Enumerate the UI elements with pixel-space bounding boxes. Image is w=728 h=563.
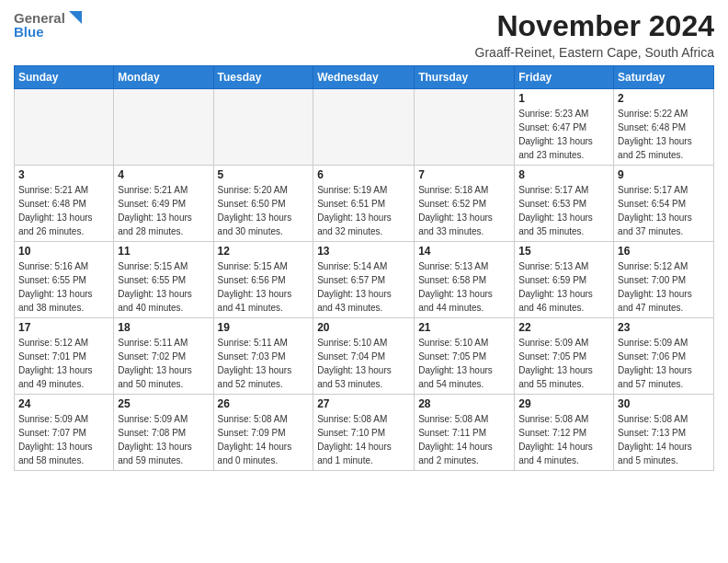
day-number: 8 — [518, 168, 609, 181]
day-info: Sunrise: 5:13 AM Sunset: 6:59 PM Dayligh… — [518, 259, 609, 315]
day-number: 15 — [518, 245, 609, 258]
day-info: Sunrise: 5:09 AM Sunset: 7:07 PM Dayligh… — [18, 412, 109, 467]
calendar-week-5: 24Sunrise: 5:09 AM Sunset: 7:07 PM Dayli… — [15, 395, 714, 471]
day-number: 28 — [418, 397, 510, 410]
day-number: 4 — [118, 168, 209, 181]
day-number: 17 — [18, 321, 109, 334]
calendar-cell: 19Sunrise: 5:11 AM Sunset: 7:03 PM Dayli… — [213, 318, 313, 395]
calendar-cell: 7Sunrise: 5:18 AM Sunset: 6:52 PM Daylig… — [415, 166, 515, 242]
day-number: 10 — [18, 245, 109, 258]
calendar-cell: 22Sunrise: 5:09 AM Sunset: 7:05 PM Dayli… — [515, 318, 614, 395]
page: General Blue November 2024 Graaff-Reinet… — [0, 0, 728, 480]
day-number: 14 — [418, 245, 510, 258]
day-info: Sunrise: 5:08 AM Sunset: 7:13 PM Dayligh… — [618, 412, 710, 467]
calendar-cell: 16Sunrise: 5:12 AM Sunset: 7:00 PM Dayli… — [614, 242, 714, 318]
calendar-cell: 5Sunrise: 5:20 AM Sunset: 6:50 PM Daylig… — [213, 166, 313, 242]
day-number: 2 — [618, 92, 710, 105]
day-number: 18 — [118, 321, 209, 334]
day-info: Sunrise: 5:18 AM Sunset: 6:52 PM Dayligh… — [418, 183, 510, 238]
day-number: 25 — [118, 397, 209, 410]
calendar-cell: 4Sunrise: 5:21 AM Sunset: 6:49 PM Daylig… — [114, 166, 213, 242]
weekday-header-wednesday: Wednesday — [313, 66, 415, 89]
calendar-week-1: 1Sunrise: 5:23 AM Sunset: 6:47 PM Daylig… — [15, 89, 714, 166]
calendar-cell: 12Sunrise: 5:15 AM Sunset: 6:56 PM Dayli… — [213, 242, 313, 318]
day-info: Sunrise: 5:12 AM Sunset: 7:01 PM Dayligh… — [18, 336, 109, 391]
day-number: 21 — [418, 321, 510, 334]
calendar-header-row: SundayMondayTuesdayWednesdayThursdayFrid… — [15, 66, 714, 89]
day-number: 3 — [18, 168, 109, 181]
calendar-cell: 26Sunrise: 5:08 AM Sunset: 7:09 PM Dayli… — [213, 395, 313, 471]
logo-general: General — [14, 10, 65, 26]
day-info: Sunrise: 5:15 AM Sunset: 6:55 PM Dayligh… — [118, 259, 209, 315]
month-title: November 2024 — [475, 9, 714, 43]
day-info: Sunrise: 5:10 AM Sunset: 7:05 PM Dayligh… — [418, 336, 510, 391]
calendar-cell: 28Sunrise: 5:08 AM Sunset: 7:11 PM Dayli… — [415, 395, 515, 471]
day-info: Sunrise: 5:16 AM Sunset: 6:55 PM Dayligh… — [18, 259, 109, 315]
logo-triangle-icon — [67, 9, 84, 26]
header: General Blue November 2024 Graaff-Reinet… — [14, 9, 714, 60]
calendar-cell: 24Sunrise: 5:09 AM Sunset: 7:07 PM Dayli… — [15, 395, 114, 471]
day-info: Sunrise: 5:17 AM Sunset: 6:54 PM Dayligh… — [618, 183, 710, 238]
day-info: Sunrise: 5:08 AM Sunset: 7:10 PM Dayligh… — [317, 412, 410, 467]
calendar-cell: 1Sunrise: 5:23 AM Sunset: 6:47 PM Daylig… — [515, 89, 614, 166]
day-info: Sunrise: 5:17 AM Sunset: 6:53 PM Dayligh… — [518, 183, 609, 238]
calendar-cell: 20Sunrise: 5:10 AM Sunset: 7:04 PM Dayli… — [313, 318, 415, 395]
day-number: 23 — [618, 321, 710, 334]
day-info: Sunrise: 5:23 AM Sunset: 6:47 PM Dayligh… — [518, 107, 609, 162]
weekday-header-sunday: Sunday — [15, 66, 114, 89]
day-info: Sunrise: 5:08 AM Sunset: 7:12 PM Dayligh… — [518, 412, 609, 467]
day-number: 29 — [518, 397, 609, 410]
day-info: Sunrise: 5:09 AM Sunset: 7:08 PM Dayligh… — [118, 412, 209, 467]
calendar-cell: 14Sunrise: 5:13 AM Sunset: 6:58 PM Dayli… — [415, 242, 515, 318]
weekday-header-monday: Monday — [114, 66, 213, 89]
title-block: November 2024 Graaff-Reinet, Eastern Cap… — [475, 9, 714, 60]
day-info: Sunrise: 5:09 AM Sunset: 7:05 PM Dayligh… — [518, 336, 609, 391]
day-info: Sunrise: 5:21 AM Sunset: 6:49 PM Dayligh… — [118, 183, 209, 238]
day-number: 22 — [518, 321, 609, 334]
calendar-cell: 30Sunrise: 5:08 AM Sunset: 7:13 PM Dayli… — [614, 395, 714, 471]
day-info: Sunrise: 5:11 AM Sunset: 7:03 PM Dayligh… — [218, 336, 310, 391]
day-info: Sunrise: 5:08 AM Sunset: 7:09 PM Dayligh… — [218, 412, 310, 467]
calendar-week-2: 3Sunrise: 5:21 AM Sunset: 6:48 PM Daylig… — [15, 166, 714, 242]
calendar-cell: 9Sunrise: 5:17 AM Sunset: 6:54 PM Daylig… — [614, 166, 714, 242]
calendar-week-4: 17Sunrise: 5:12 AM Sunset: 7:01 PM Dayli… — [15, 318, 714, 395]
calendar-cell: 15Sunrise: 5:13 AM Sunset: 6:59 PM Dayli… — [515, 242, 614, 318]
day-number: 26 — [218, 397, 310, 410]
calendar-cell: 2Sunrise: 5:22 AM Sunset: 6:48 PM Daylig… — [614, 89, 714, 166]
day-number: 27 — [317, 397, 410, 410]
calendar-cell: 23Sunrise: 5:09 AM Sunset: 7:06 PM Dayli… — [614, 318, 714, 395]
day-number: 13 — [317, 245, 410, 258]
day-number: 16 — [618, 245, 710, 258]
calendar-cell: 13Sunrise: 5:14 AM Sunset: 6:57 PM Dayli… — [313, 242, 415, 318]
logo-blue: Blue — [14, 24, 84, 40]
calendar-cell — [114, 89, 213, 166]
calendar-cell: 25Sunrise: 5:09 AM Sunset: 7:08 PM Dayli… — [114, 395, 213, 471]
day-info: Sunrise: 5:09 AM Sunset: 7:06 PM Dayligh… — [618, 336, 710, 391]
day-number: 11 — [118, 245, 209, 258]
day-number: 5 — [218, 168, 310, 181]
calendar-cell: 17Sunrise: 5:12 AM Sunset: 7:01 PM Dayli… — [15, 318, 114, 395]
day-info: Sunrise: 5:20 AM Sunset: 6:50 PM Dayligh… — [218, 183, 310, 238]
weekday-header-friday: Friday — [515, 66, 614, 89]
calendar-cell: 10Sunrise: 5:16 AM Sunset: 6:55 PM Dayli… — [15, 242, 114, 318]
day-number: 20 — [317, 321, 410, 334]
day-number: 19 — [218, 321, 310, 334]
calendar-cell: 21Sunrise: 5:10 AM Sunset: 7:05 PM Dayli… — [415, 318, 515, 395]
day-number: 6 — [317, 168, 410, 181]
calendar-cell: 11Sunrise: 5:15 AM Sunset: 6:55 PM Dayli… — [114, 242, 213, 318]
calendar-cell — [213, 89, 313, 166]
svg-marker-0 — [69, 11, 82, 24]
weekday-header-thursday: Thursday — [415, 66, 515, 89]
day-info: Sunrise: 5:22 AM Sunset: 6:48 PM Dayligh… — [618, 107, 710, 162]
day-number: 24 — [18, 397, 109, 410]
weekday-header-saturday: Saturday — [614, 66, 714, 89]
day-info: Sunrise: 5:13 AM Sunset: 6:58 PM Dayligh… — [418, 259, 510, 315]
day-info: Sunrise: 5:21 AM Sunset: 6:48 PM Dayligh… — [18, 183, 109, 238]
calendar-cell: 18Sunrise: 5:11 AM Sunset: 7:02 PM Dayli… — [114, 318, 213, 395]
day-info: Sunrise: 5:15 AM Sunset: 6:56 PM Dayligh… — [218, 259, 310, 315]
day-number: 1 — [518, 92, 609, 105]
location: Graaff-Reinet, Eastern Cape, South Afric… — [475, 45, 714, 60]
calendar-week-3: 10Sunrise: 5:16 AM Sunset: 6:55 PM Dayli… — [15, 242, 714, 318]
day-number: 12 — [218, 245, 310, 258]
calendar-cell: 3Sunrise: 5:21 AM Sunset: 6:48 PM Daylig… — [15, 166, 114, 242]
